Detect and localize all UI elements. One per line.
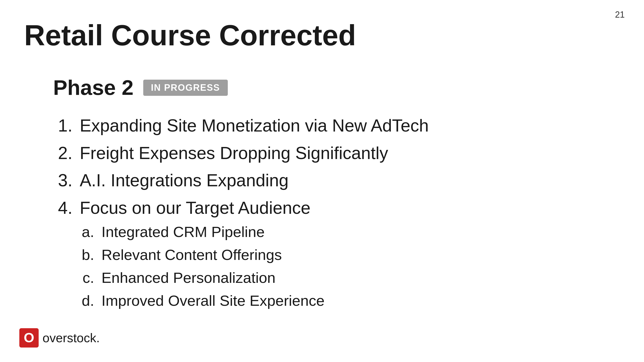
sub-text: Improved Overall Site Experience xyxy=(102,290,620,311)
item-text-with-sub: Focus on our Target Audience a. Integrat… xyxy=(80,197,620,313)
slide-title: Retail Course Corrected xyxy=(24,19,620,51)
sub-letter: d. xyxy=(80,290,94,311)
footer: O overstock. xyxy=(19,328,100,348)
item-number: 2. xyxy=(53,142,72,165)
slide-container: 21 Retail Course Corrected Phase 2 IN PR… xyxy=(0,0,644,362)
page-number: 21 xyxy=(615,10,625,20)
sub-text: Relevant Content Offerings xyxy=(102,245,620,266)
item-number: 1. xyxy=(53,114,72,137)
item-number: 3. xyxy=(53,169,72,192)
status-badge: IN PROGRESS xyxy=(143,80,228,96)
list-item: 1. Expanding Site Monetization via New A… xyxy=(53,114,620,137)
sub-letter: b. xyxy=(80,245,94,266)
phase-title: Phase 2 xyxy=(53,75,134,100)
list-item: 2. Freight Expenses Dropping Significant… xyxy=(53,142,620,165)
list-item: 4. Focus on our Target Audience a. Integ… xyxy=(53,197,620,313)
sub-text: Integrated CRM Pipeline xyxy=(102,222,620,243)
list-item: 3. A.I. Integrations Expanding xyxy=(53,169,620,192)
item-main-text: Focus on our Target Audience xyxy=(80,197,620,219)
item-text: Expanding Site Monetization via New AdTe… xyxy=(80,114,620,137)
sub-letter: a. xyxy=(80,222,94,243)
sub-list-item: c. Enhanced Personalization xyxy=(80,267,620,288)
sub-text: Enhanced Personalization xyxy=(102,267,620,288)
svg-text:O: O xyxy=(24,330,34,345)
sub-letter: c. xyxy=(80,267,94,288)
content-area: Phase 2 IN PROGRESS 1. Expanding Site Mo… xyxy=(24,75,620,313)
item-text: A.I. Integrations Expanding xyxy=(80,169,620,192)
overstock-logo-text: overstock. xyxy=(42,331,100,345)
sub-list-item: b. Relevant Content Offerings xyxy=(80,245,620,266)
sub-list-item: d. Improved Overall Site Experience xyxy=(80,290,620,311)
item-number: 4. xyxy=(53,197,72,313)
phase-header: Phase 2 IN PROGRESS xyxy=(53,75,620,100)
main-list: 1. Expanding Site Monetization via New A… xyxy=(53,114,620,313)
sub-list-item: a. Integrated CRM Pipeline xyxy=(80,222,620,243)
sub-list: a. Integrated CRM Pipeline b. Relevant C… xyxy=(80,222,620,311)
overstock-logo-icon: O xyxy=(19,328,39,348)
item-text: Freight Expenses Dropping Significantly xyxy=(80,142,620,165)
